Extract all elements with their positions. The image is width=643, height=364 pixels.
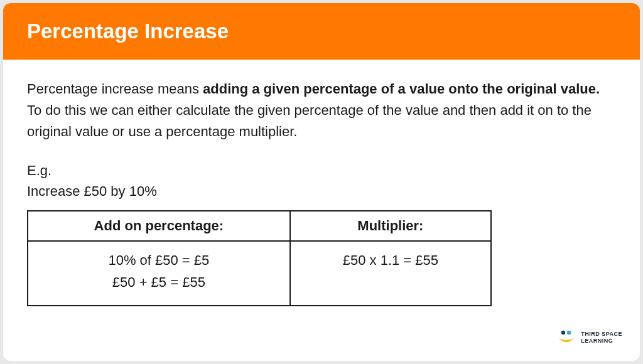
page-title: Percentage Increase <box>27 19 616 43</box>
addon-line2: £50 + £5 = £55 <box>36 271 282 293</box>
logo-text-line2: LEARNING <box>581 338 622 345</box>
logo-icon <box>557 329 576 346</box>
desc-suffix: To do this we can either calculate the g… <box>27 102 592 139</box>
multiplier-line1: £50 x 1.1 = £55 <box>298 249 483 271</box>
table-header-addon: Add on percentage: <box>28 211 290 241</box>
table-header-row: Add on percentage: Multiplier: <box>28 211 491 241</box>
desc-bold: adding a given percentage of a value ont… <box>203 81 600 97</box>
table-cell-addon: 10% of £50 = £5 £50 + £5 = £55 <box>28 241 290 305</box>
content-area: Percentage increase means adding a given… <box>3 60 640 325</box>
description-paragraph: Percentage increase means adding a given… <box>27 78 616 142</box>
example-text: Increase £50 by 10% <box>27 181 616 201</box>
header-banner: Percentage Increase <box>3 3 640 60</box>
brand-logo: THIRD SPACE LEARNING <box>557 329 622 346</box>
svg-point-0 <box>561 331 565 335</box>
table-header-multiplier: Multiplier: <box>290 211 491 241</box>
methods-table: Add on percentage: Multiplier: 10% of £5… <box>27 210 492 306</box>
addon-line1: 10% of £50 = £5 <box>36 249 282 271</box>
example-label: E.g. <box>27 160 616 181</box>
logo-text: THIRD SPACE LEARNING <box>581 331 622 345</box>
desc-prefix: Percentage increase means <box>27 81 203 97</box>
table-cell-multiplier: £50 x 1.1 = £55 <box>290 241 491 305</box>
content-card: Percentage Increase Percentage increase … <box>3 3 640 361</box>
svg-point-1 <box>567 331 571 335</box>
table-row: 10% of £50 = £5 £50 + £5 = £55 £50 x 1.1… <box>28 241 491 305</box>
logo-text-line1: THIRD SPACE <box>581 331 622 338</box>
